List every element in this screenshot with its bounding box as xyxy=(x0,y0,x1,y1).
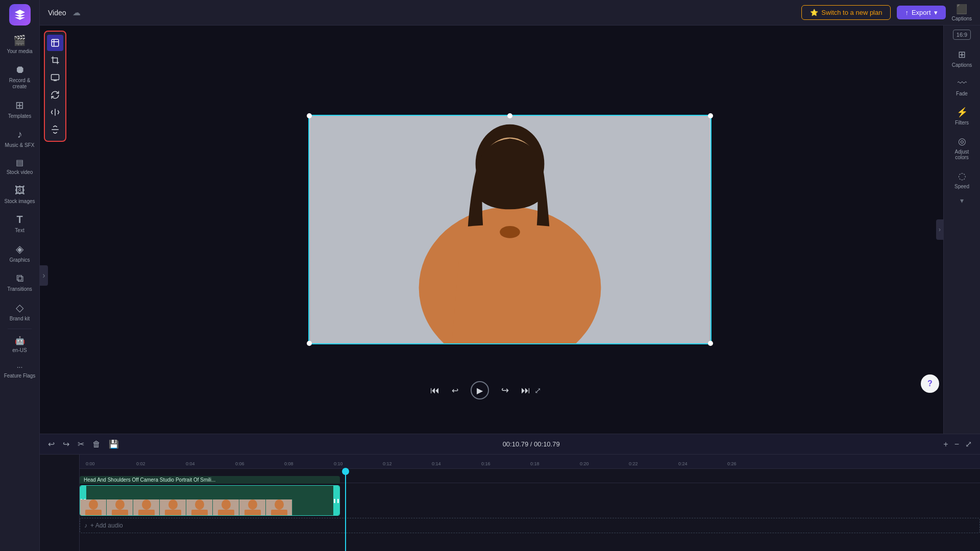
music-sfx-icon: ♪ xyxy=(17,129,22,140)
sidebar-item-record-create[interactable]: ⏺ Record & create xyxy=(2,60,38,94)
sidebar-collapse-button[interactable]: › xyxy=(40,265,48,286)
sidebar-item-label-brand-kit: Brand kit xyxy=(10,316,30,322)
forward-5s-button[interactable]: ↪ xyxy=(501,385,509,396)
right-panel-fade[interactable]: 〰 Fade xyxy=(946,73,978,102)
captions-button[interactable]: ⬛ Captions xyxy=(952,4,972,21)
captions-icon: ⬛ xyxy=(956,4,967,15)
tool-panel xyxy=(44,31,66,142)
project-title: Video xyxy=(48,9,66,17)
brand-kit-icon: ◇ xyxy=(16,302,23,314)
sidebar-item-feature-flags[interactable]: ··· Feature Flags xyxy=(2,359,38,383)
zoom-controls: + − ⤢ xyxy=(941,437,974,451)
handle-bottom-left[interactable] xyxy=(307,341,312,346)
clip-label: Head And Shoulders Off Camera Studio Por… xyxy=(80,476,340,484)
sidebar-item-text[interactable]: T Text xyxy=(2,210,38,238)
tool-select[interactable] xyxy=(47,35,63,51)
sidebar-item-label-transitions: Transitions xyxy=(7,286,32,292)
fullscreen-button[interactable]: ⤢ xyxy=(534,386,541,395)
sidebar-item-brand-kit[interactable]: ◇ Brand kit xyxy=(2,297,38,326)
right-panel-adjust-colors[interactable]: ◎ Adjust colors xyxy=(946,131,978,165)
sidebar-item-stock-images[interactable]: 🖼 Stock images xyxy=(2,181,38,209)
ruler-mark-4: 0:04 xyxy=(186,461,195,466)
sidebar-item-label-templates: Templates xyxy=(8,113,32,119)
aspect-ratio-badge[interactable]: 16:9 xyxy=(953,30,971,40)
export-button[interactable]: ↑ Export ▾ xyxy=(897,6,945,19)
video-placeholder xyxy=(309,116,710,343)
sidebar-item-label-your-media: Your media xyxy=(7,48,32,55)
tool-rotate[interactable] xyxy=(47,87,63,103)
fit-timeline-button[interactable]: ⤢ xyxy=(963,437,974,451)
playhead[interactable] xyxy=(345,469,346,551)
svg-point-21 xyxy=(142,499,151,510)
handle-bottom-right[interactable] xyxy=(708,341,713,346)
cut-button[interactable]: ✂ xyxy=(76,437,86,451)
video-clip[interactable]: Head And Shoulders Off Camera Studio Por… xyxy=(80,485,340,516)
add-audio-button[interactable]: ♪ + Add audio xyxy=(80,518,980,533)
sidebar-item-templates[interactable]: ⊞ Templates xyxy=(2,95,38,123)
sidebar-item-label-feature-flags: Feature Flags xyxy=(4,373,36,379)
right-panel-expand-button[interactable]: ▾ xyxy=(960,196,964,205)
timeline: ↩ ↪ ✂ 🗑 💾 00:10.79 / 00:10.79 + − ⤢ 0:00 xyxy=(40,434,980,551)
handle-top-left[interactable] xyxy=(307,113,312,118)
right-panel-speed[interactable]: ◌ Speed xyxy=(946,165,978,194)
clip-handle-right[interactable]: ❚❚ xyxy=(333,486,339,515)
undo-button[interactable]: ↩ xyxy=(46,437,57,451)
sidebar-item-transitions[interactable]: ⧉ Transitions xyxy=(2,268,38,296)
stock-video-icon: ▤ xyxy=(16,158,23,167)
right-panel-filters[interactable]: ⚡ Filters xyxy=(946,102,978,131)
svg-rect-16 xyxy=(85,510,102,516)
ruler-mark-10: 0:10 xyxy=(334,461,343,466)
redo-button[interactable]: ↪ xyxy=(61,437,71,451)
ruler-mark-26: 0:26 xyxy=(727,461,737,466)
graphics-icon: ◈ xyxy=(16,243,23,255)
skip-forward-button[interactable]: ⏭ xyxy=(521,385,530,396)
tool-flip-vertical[interactable] xyxy=(47,121,63,138)
en-us-icon: 🤖 xyxy=(15,336,25,345)
app-logo[interactable] xyxy=(9,4,31,26)
thumbnail-4 xyxy=(160,499,186,516)
switch-plan-button[interactable]: ⭐ Switch to a new plan xyxy=(801,5,891,20)
sidebar-item-en-us[interactable]: 🤖 en-US xyxy=(2,332,38,358)
svg-rect-31 xyxy=(218,510,234,516)
save-button[interactable]: 💾 xyxy=(107,437,121,451)
templates-icon: ⊞ xyxy=(15,99,24,111)
svg-point-24 xyxy=(168,499,178,510)
svg-rect-3 xyxy=(52,74,59,80)
captions-panel-icon: ⊞ xyxy=(958,49,966,60)
collapse-right-panel-button[interactable]: › xyxy=(936,219,943,240)
right-panel-captions[interactable]: ⊞ Captions xyxy=(946,44,978,73)
zoom-in-button[interactable]: + xyxy=(941,438,950,451)
thumbnail-7 xyxy=(239,499,266,516)
ruler-mark-16: 0:16 xyxy=(481,461,491,466)
fade-label: Fade xyxy=(956,91,968,96)
zoom-out-button[interactable]: − xyxy=(952,438,961,451)
ruler-mark-24: 0:24 xyxy=(678,461,688,466)
feature-flags-icon: ··· xyxy=(17,363,23,371)
tool-crop[interactable] xyxy=(47,52,63,68)
help-button[interactable]: ? xyxy=(921,374,939,393)
sidebar-item-stock-video[interactable]: ▤ Stock video xyxy=(2,154,38,180)
sidebar-item-music-sfx[interactable]: ♪ Music & SFX xyxy=(2,124,38,153)
ruler-mark-18: 0:18 xyxy=(530,461,540,466)
sidebar-item-label-record-create: Record & create xyxy=(4,78,36,90)
play-button[interactable]: ▶ xyxy=(471,381,489,399)
tool-flip-horizontal[interactable] xyxy=(47,104,63,120)
delete-button[interactable]: 🗑 xyxy=(90,438,103,451)
skip-back-button[interactable]: ⏮ xyxy=(430,385,439,396)
sidebar-item-your-media[interactable]: 🎬 Your media xyxy=(2,30,38,59)
clip-body[interactable]: ❚❚ xyxy=(80,485,340,516)
rewind-5s-button[interactable]: ↩ xyxy=(452,386,458,395)
handle-top-right[interactable] xyxy=(708,113,713,118)
svg-point-33 xyxy=(248,499,257,510)
sidebar-item-label-music-sfx: Music & SFX xyxy=(5,142,35,148)
thumbnail-2 xyxy=(107,499,133,516)
sidebar-item-label-stock-images: Stock images xyxy=(4,198,35,205)
sidebar-item-graphics[interactable]: ◈ Graphics xyxy=(2,239,38,267)
tool-screen[interactable] xyxy=(47,69,63,86)
filters-label: Filters xyxy=(955,120,969,126)
fade-icon: 〰 xyxy=(958,78,967,89)
speed-icon: ◌ xyxy=(958,170,966,182)
timeline-track-area: 0:00 0:02 0:04 0:06 0:08 0:10 0:12 0:14 … xyxy=(80,455,980,551)
text-icon: T xyxy=(16,214,22,226)
handle-top-middle[interactable] xyxy=(507,113,512,118)
